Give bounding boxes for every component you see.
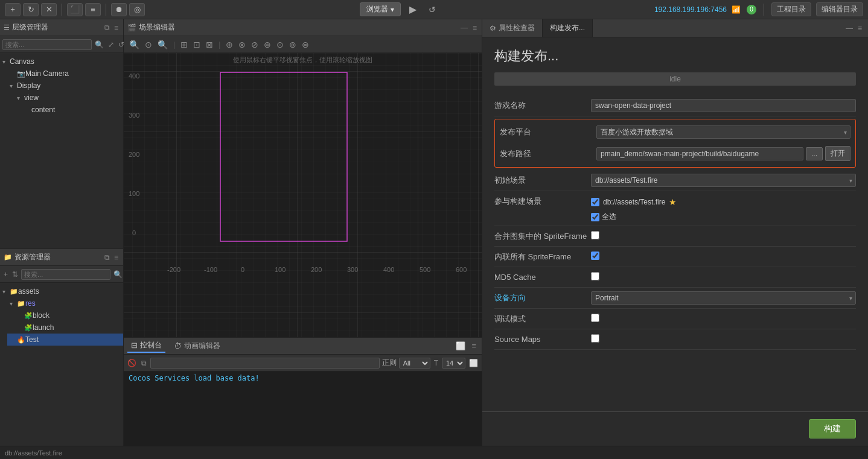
screenshot-btn[interactable]: ⬛ [67,3,83,16]
tree-label: block [33,311,49,320]
console-filter-input[interactable] [150,358,380,369]
add-btn[interactable]: + [5,3,21,16]
browser-button[interactable]: 浏览器 ▾ [360,2,401,16]
device-orientation-label[interactable]: 设备方向 [494,293,591,303]
font-size-select[interactable]: 14 12 16 [442,358,465,369]
tree-item-maincamera[interactable]: 📷 Main Camera [7,68,123,80]
log-level-select[interactable]: All Error Warn Log [399,358,430,369]
sort-icon[interactable]: ⇅ [11,270,19,279]
source-maps-row: Source Maps [494,329,856,350]
tab-animation[interactable]: ⏱ 动画编辑器 [170,340,224,352]
tree-label: launch [33,323,54,332]
minimize-right-icon[interactable]: — [844,24,854,33]
build-button[interactable]: 构建 [809,419,856,438]
copy-console-icon[interactable]: ⧉ [140,358,148,368]
tool9-icon[interactable]: ⊚ [287,39,298,50]
restart-button[interactable]: ↺ [425,2,439,17]
star-icon[interactable]: ★ [669,197,677,207]
scene-checkbox[interactable] [591,198,599,206]
inline-sprite-checkbox[interactable] [591,252,599,260]
tool2-icon[interactable]: ⊡ [191,39,202,50]
tool8-icon[interactable]: ⊙ [275,39,286,50]
platform-select[interactable]: 百度小游戏开放数据域 [596,125,850,139]
open-path-button[interactable]: 打开 [825,146,850,161]
asset-item-launch[interactable]: 🧩 launch [14,321,123,334]
search-icon[interactable]: 🔍 [94,40,105,49]
assets-search[interactable] [21,269,110,280]
hierarchy-search[interactable] [2,39,92,50]
tab-build[interactable]: 构建发布... [543,19,593,37]
browser-label: 浏览器 [366,4,388,14]
console-content: Cocos Services load base data! [124,372,482,446]
zoom-out-icon[interactable]: 🔍 [127,39,141,50]
play-button[interactable]: ▶ [406,2,420,17]
merge-sprite-checkbox[interactable] [591,231,599,239]
svg-text:100: 100 [275,266,286,273]
tree-item-content[interactable]: content [22,104,123,116]
tree-item-view[interactable]: ▾ view [14,92,123,104]
browse-path-button[interactable]: ... [806,147,823,160]
select-all-checkbox[interactable] [591,213,599,221]
build-scenes-label: 参与构建场景 [494,196,591,207]
menu-console-icon[interactable]: ≡ [470,341,478,351]
path-input[interactable] [596,147,803,160]
add-asset-icon[interactable]: + [2,270,9,279]
menu-icon[interactable]: ≡ [113,253,120,262]
initial-scene-select[interactable]: db://assets/Test.fire [591,174,856,187]
tool7-icon[interactable]: ⊛ [262,39,273,50]
tree-item-canvas[interactable]: ▾ Canvas [0,55,123,68]
copy-icon[interactable]: ⧉ [103,253,111,262]
camera-icon: 📷 [17,70,25,78]
debug-control [591,314,856,324]
tab-properties[interactable]: ⚙ 属性检查器 [482,19,543,37]
menu-icon[interactable]: ≡ [113,23,120,33]
game-name-input[interactable] [591,99,856,112]
editor-dir-button[interactable]: 编辑器目录 [816,2,863,16]
menu-icon[interactable]: ≡ [471,23,478,33]
scene-canvas[interactable]: 使用鼠标右键平移视窗焦点，使用滚轮缩放视图 [124,53,482,337]
expand-icon[interactable]: ⤢ [107,40,115,49]
source-maps-checkbox[interactable] [591,334,599,343]
tool3-icon[interactable]: ⊠ [204,39,215,50]
tool5-icon[interactable]: ⊗ [237,39,247,50]
tree-item-display[interactable]: ▾ Display [7,80,123,92]
close-btn[interactable]: ✕ [41,3,57,16]
platform-label: 发布平台 [500,127,596,138]
minimize-icon[interactable]: — [459,23,469,33]
search-icon[interactable]: 🔍 [112,270,124,279]
debug-row: 调试模式 [494,309,856,329]
asset-item-test[interactable]: 🔥 Test [7,334,123,346]
terminal-btn[interactable]: ≡ [85,3,101,16]
tool4-icon[interactable]: ⊕ [224,39,235,50]
md5-checkbox[interactable] [591,272,599,280]
zoom-in-icon[interactable]: 🔍 [156,39,170,50]
asset-item-assets[interactable]: ▾ 📁 assets [0,285,123,297]
device-orientation-select[interactable]: Portrait Landscape [591,291,856,305]
right-tab-icons: — ≡ [844,24,868,33]
zoom-fit-icon[interactable]: ⊙ [143,39,154,50]
assets-header: 📁 资源管理器 ⧉ ≡ [0,249,123,266]
menu-right-icon[interactable]: ≡ [857,24,863,33]
inline-sprite-label: 内联所有 SpriteFrame [494,252,591,262]
assets-tree: ▾ 📁 assets ▾ 📁 res 🧩 block 🧩 l [0,283,123,446]
asset-item-res[interactable]: ▾ 📁 res [7,297,123,309]
scene-list-item: db://assets/Test.fire ★ [591,196,856,208]
debug-checkbox[interactable] [591,314,599,322]
tool1-icon[interactable]: ⊞ [179,39,190,50]
tool6-icon[interactable]: ⊘ [249,39,260,50]
clear-icon[interactable]: 🚫 [126,358,138,368]
maximize-console-icon[interactable]: ⬜ [468,358,479,368]
record-btn[interactable]: ⏺ [111,3,127,16]
expand-console-icon[interactable]: ⬜ [454,341,467,351]
project-dir-button[interactable]: 工程目录 [771,2,811,16]
copy-icon[interactable]: ⧉ [103,23,111,33]
build-form: 游戏名称 发布平台 百度小游戏开放数据域 ▾ [494,95,856,350]
center-panel: 🎬 场景编辑器 — ≡ 🔍 ⊙ 🔍 | ⊞ ⊡ ⊠ | ⊕ ⊗ ⊘ ⊛ [124,19,482,446]
path-control: ... 打开 [596,146,850,161]
unknown-btn[interactable]: ◎ [129,3,145,16]
hierarchy-toolbar: 🔍 ⤢ ↺ [0,36,123,53]
tab-console[interactable]: ⊟ 控制台 [127,339,165,353]
tool10-icon[interactable]: ⊜ [300,39,311,50]
asset-item-block[interactable]: 🧩 block [14,309,123,321]
refresh-btn[interactable]: ↻ [23,3,39,16]
